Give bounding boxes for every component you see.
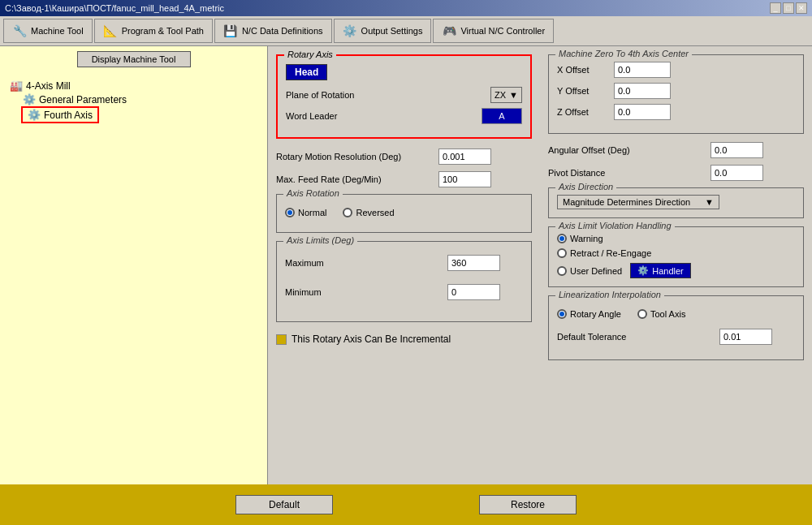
min-label: Minimum xyxy=(285,287,447,297)
title-text: C:\Завод-1\Кашира\ПОСТ/fanuc_mill_head_4… xyxy=(5,3,224,13)
axis-direction-group: Axis Direction Magnitude Determines Dire… xyxy=(548,187,804,218)
radio-warning-dot xyxy=(557,234,567,243)
limits-fields: Maximum Minimum xyxy=(285,248,523,313)
tree-label-general: General Parameters xyxy=(39,94,127,105)
radio-tool-label: Tool Axis xyxy=(650,309,685,319)
incremental-checkbox[interactable] xyxy=(276,334,287,345)
display-machine-tool-btn[interactable]: Display Machine Tool xyxy=(77,51,191,67)
plane-label: Plane of Rotation xyxy=(286,90,490,100)
axis-rotation-group: Axis Rotation Normal Reversed xyxy=(276,194,532,233)
max-feedrate-field: Max. Feed Rate (Deg/Min) xyxy=(276,171,532,187)
linearization-label: Linearization Interpolation xyxy=(555,290,664,299)
max-input[interactable] xyxy=(447,255,500,271)
main-container: Display Machine Tool 🏭 4-Axis Mill ⚙️ Ge… xyxy=(0,46,812,525)
maximize-btn[interactable]: □ xyxy=(783,2,794,14)
y-offset-row: Y Offset xyxy=(557,83,795,99)
machine-zero-group: Machine Zero To 4th Axis Center X Offset… xyxy=(548,54,804,134)
tab-output-settings[interactable]: ⚙️ Output Settings xyxy=(334,19,432,43)
tolerance-field: Default Tolerance xyxy=(557,329,795,345)
radio-normal[interactable]: Normal xyxy=(285,208,326,217)
radio-tool-dot xyxy=(637,309,647,319)
tree-label-4axis: 4-Axis Mill xyxy=(26,80,71,92)
close-btn[interactable]: ✕ xyxy=(796,2,807,14)
max-feedrate-input[interactable] xyxy=(438,171,491,187)
head-button[interactable]: Head xyxy=(286,64,327,80)
radio-rotary-angle[interactable]: Rotary Angle xyxy=(557,309,621,319)
min-input[interactable] xyxy=(447,284,500,300)
rotary-motion-input[interactable] xyxy=(438,148,491,165)
angular-offset-field: Angular Offset (Deg) xyxy=(548,142,804,158)
radio-retract-label: Retract / Re-Engage xyxy=(570,248,651,258)
max-feedrate-label: Max. Feed Rate (Deg/Min) xyxy=(276,174,438,184)
title-bar: C:\Завод-1\Кашира\ПОСТ/fanuc_mill_head_4… xyxy=(0,0,812,16)
user-defined-row: User Defined ⚙️ Handler xyxy=(557,263,795,278)
tab-program-tool-label: Program & Tool Path xyxy=(122,26,204,36)
bottom-bar: Default Restore xyxy=(0,484,812,525)
tree-area: 🏭 4-Axis Mill ⚙️ General Parameters ⚙️ F… xyxy=(5,75,262,127)
tree-item-fourth-axis[interactable]: ⚙️ Fourth Axis xyxy=(21,106,99,123)
x-offset-label: X Offset xyxy=(557,65,614,75)
pivot-distance-input[interactable] xyxy=(710,165,763,181)
tolerance-label: Default Tolerance xyxy=(557,332,719,342)
right-panel: Rotary Axis Head Plane of Rotation ZX ▼ … xyxy=(268,46,812,525)
tab-virtual-nc[interactable]: 🎮 Virtual N/C Controller xyxy=(433,19,554,43)
rotary-axis-group: Rotary Axis Head Plane of Rotation ZX ▼ … xyxy=(276,54,532,139)
restore-button[interactable]: Restore xyxy=(479,495,577,514)
radio-warning-label: Warning xyxy=(570,234,603,243)
handler-label: Handler xyxy=(652,266,684,276)
linearization-radios: Rotary Angle Tool Axis xyxy=(557,303,795,325)
tab-machine-tool[interactable]: 🔧 Machine Tool xyxy=(3,19,93,43)
rotary-motion-field: Rotary Motion Resolution (Deg) xyxy=(276,148,532,165)
word-leader-input[interactable] xyxy=(482,108,522,124)
pivot-distance-field: Pivot Distance xyxy=(548,165,804,181)
default-button[interactable]: Default xyxy=(235,495,333,514)
radio-tool-axis[interactable]: Tool Axis xyxy=(637,309,685,319)
word-leader-row: Word Leader xyxy=(286,108,522,124)
radio-reversed-dot xyxy=(343,208,352,217)
handler-icon: ⚙️ xyxy=(637,265,649,276)
incremental-row: This Rotary Axis Can Be Incremental xyxy=(276,334,532,345)
axis-direction-label: Axis Direction xyxy=(555,182,616,191)
radio-retract[interactable]: Retract / Re-Engage xyxy=(557,248,795,258)
radio-retract-dot xyxy=(557,248,567,258)
radio-user-defined[interactable]: User Defined xyxy=(557,266,622,276)
tab-nc-data[interactable]: 💾 N/C Data Definitions xyxy=(214,19,332,43)
angular-offset-input[interactable] xyxy=(710,142,763,158)
tab-virtual-nc-label: Virtual N/C Controller xyxy=(460,26,545,36)
y-offset-label: Y Offset xyxy=(557,86,614,96)
tab-program-tool-path[interactable]: 📐 Program & Tool Path xyxy=(94,19,213,43)
x-offset-row: X Offset xyxy=(557,62,795,78)
min-field: Minimum xyxy=(285,284,523,300)
handler-button[interactable]: ⚙️ Handler xyxy=(630,263,691,278)
tolerance-input[interactable] xyxy=(719,329,772,345)
z-offset-input[interactable] xyxy=(614,104,671,120)
machine-tool-icon: 🔧 xyxy=(12,24,27,38)
axis-rotation-label: Axis Rotation xyxy=(283,188,343,198)
radio-user-label: User Defined xyxy=(570,266,622,276)
z-offset-label: Z Offset xyxy=(557,107,614,117)
tree-item-4axis-mill[interactable]: 🏭 4-Axis Mill xyxy=(8,79,259,93)
radio-normal-dot xyxy=(285,208,295,217)
radio-reversed-label: Reversed xyxy=(356,208,394,217)
radio-user-dot xyxy=(557,266,567,276)
plane-value: ZX xyxy=(495,90,506,100)
angular-offset-label: Angular Offset (Deg) xyxy=(548,145,710,155)
pivot-distance-label: Pivot Distance xyxy=(548,168,710,178)
tree-item-general-params[interactable]: ⚙️ General Parameters xyxy=(21,93,259,106)
z-offset-row: Z Offset xyxy=(557,104,795,120)
nc-data-icon: 💾 xyxy=(223,24,238,38)
virtual-nc-icon: 🎮 xyxy=(442,24,456,38)
plane-select[interactable]: ZX ▼ xyxy=(490,87,522,103)
axis-limits-group: Axis Limits (Deg) Maximum Minimum xyxy=(276,241,532,322)
y-offset-input[interactable] xyxy=(614,83,671,99)
gear-icon-general: ⚙️ xyxy=(23,93,36,105)
x-offset-input[interactable] xyxy=(614,62,671,78)
magnitude-select[interactable]: Magnitude Determines Direction ▼ xyxy=(557,195,719,209)
tab-machine-tool-label: Machine Tool xyxy=(31,26,84,36)
axis-limits-label: Axis Limits (Deg) xyxy=(283,235,357,245)
radio-reversed[interactable]: Reversed xyxy=(343,208,394,217)
minimize-btn[interactable]: _ xyxy=(770,2,781,14)
radio-rotary-label: Rotary Angle xyxy=(570,309,621,319)
radio-warning[interactable]: Warning xyxy=(557,234,795,243)
machine-zero-label: Machine Zero To 4th Axis Center xyxy=(555,49,692,58)
